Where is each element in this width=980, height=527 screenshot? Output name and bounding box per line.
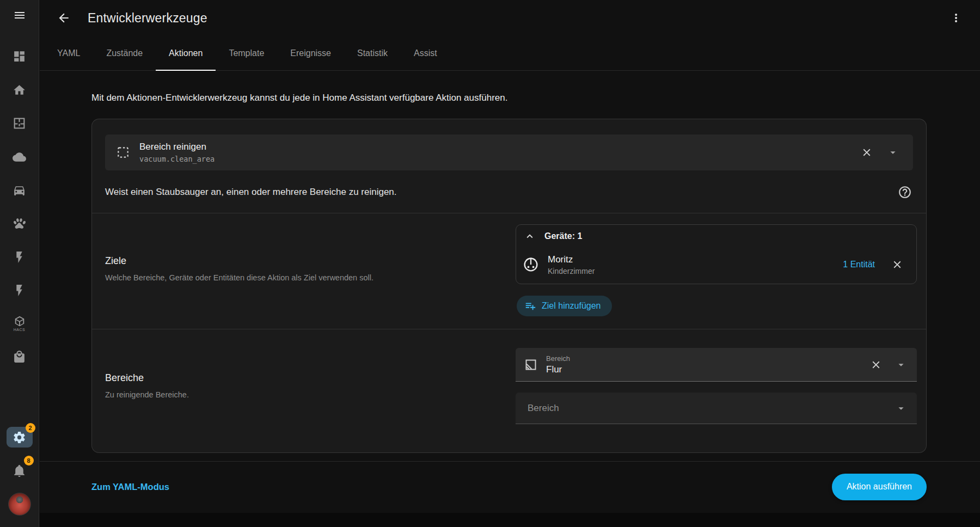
devices-expander-header[interactable]: Geräte: 1 <box>516 225 916 248</box>
hamburger-menu-icon[interactable] <box>8 3 32 27</box>
divider <box>92 213 926 213</box>
notifications-badge: 8 <box>24 456 34 465</box>
action-dropdown-icon[interactable] <box>887 146 899 158</box>
area-icon <box>524 358 537 371</box>
add-target-button[interactable]: Ziel hinzufügen <box>517 296 612 316</box>
area-placeholder: Bereich <box>528 403 559 414</box>
intro-text: Mit dem Aktionen-Entwicklerwerkzeug kann… <box>91 93 507 103</box>
action-description-row: Weist einen Staubsauger an, einen oder m… <box>105 180 912 204</box>
notifications-bell-icon[interactable]: 8 <box>8 458 32 482</box>
tab-zustaende[interactable]: Zustände <box>93 36 156 70</box>
area-select-filled[interactable]: Bereich Flur <box>516 348 917 382</box>
main-content: Entwicklerwerkzeuge YAML Zustände Aktion… <box>40 0 980 527</box>
remove-device-icon[interactable] <box>891 259 903 271</box>
bottom-strip <box>40 513 980 527</box>
robot-vacuum-icon <box>522 256 540 273</box>
tab-template[interactable]: Template <box>216 36 277 70</box>
hacs-icon[interactable]: HACS <box>8 311 32 335</box>
action-description: Weist einen Staubsauger an, einen oder m… <box>105 187 397 198</box>
top-bar: Entwicklerwerkzeuge <box>40 0 980 36</box>
device-row[interactable]: Moritz Kinderzimmer 1 Entität <box>516 248 916 281</box>
chevron-up-icon <box>524 230 536 242</box>
entity-count-link[interactable]: 1 Entität <box>843 260 875 269</box>
run-action-button[interactable]: Aktion ausführen <box>832 474 927 500</box>
area-select-empty[interactable]: Bereich <box>516 393 917 424</box>
areas-label-block: Bereiche Zu reinigende Bereiche. <box>105 372 432 401</box>
device-area: Kinderzimmer <box>548 267 595 275</box>
targets-label-block: Ziele Welche Bereiche, Geräte oder Entit… <box>105 255 432 284</box>
dashboard-icon[interactable] <box>8 44 32 68</box>
clear-action-icon[interactable] <box>861 146 873 158</box>
tab-yaml[interactable]: YAML <box>44 36 93 70</box>
car-icon[interactable] <box>8 178 32 202</box>
settings-gear-icon[interactable]: 2 <box>7 427 33 448</box>
sidebar: HACS 2 8 <box>0 0 39 527</box>
tab-assist[interactable]: Assist <box>401 36 450 70</box>
cloud-icon[interactable] <box>8 145 32 169</box>
tab-aktionen[interactable]: Aktionen <box>156 36 216 70</box>
flash-icon[interactable] <box>8 245 32 269</box>
action-name: Bereich reinigen <box>139 142 215 152</box>
device-name: Moritz <box>548 254 595 265</box>
flash-icon-2[interactable] <box>8 278 32 302</box>
yaml-mode-link[interactable]: Zum YAML-Modus <box>91 482 169 492</box>
playlist-plus-icon <box>524 300 536 312</box>
action-service: vacuum.clean_area <box>139 155 215 163</box>
area-field-label: Bereich <box>546 354 570 363</box>
tab-statistik[interactable]: Statistik <box>344 36 401 70</box>
targets-help: Welche Bereiche, Geräte oder Entitäten d… <box>105 272 432 284</box>
devices-expander: Geräte: 1 Moritz Kinderz <box>516 224 917 284</box>
area-field-value: Flur <box>546 364 570 375</box>
clear-area-icon[interactable] <box>870 359 882 371</box>
paw-icon[interactable] <box>8 211 32 235</box>
floorplan-icon[interactable] <box>8 111 32 135</box>
shopping-bag-icon[interactable] <box>8 345 32 369</box>
areas-help: Zu reinigende Bereiche. <box>105 389 432 401</box>
action-card: Bereich reinigen vacuum.clean_area Weist… <box>91 119 927 453</box>
action-picker[interactable]: Bereich reinigen vacuum.clean_area <box>105 134 913 170</box>
divider <box>92 329 926 329</box>
devices-expander-label: Geräte: 1 <box>544 231 582 241</box>
add-target-label: Ziel hinzufügen <box>542 301 601 311</box>
page-title: Entwicklerwerkzeuge <box>88 11 207 26</box>
area-dropdown-icon[interactable] <box>895 359 907 371</box>
targets-label: Ziele <box>105 255 432 267</box>
tab-bar: YAML Zustände Aktionen Template Ereignis… <box>40 36 980 71</box>
clean-area-icon <box>116 145 130 160</box>
tab-ereignisse[interactable]: Ereignisse <box>277 36 344 70</box>
home-icon[interactable] <box>8 78 32 102</box>
empty-area-dropdown-icon[interactable] <box>895 402 907 414</box>
user-avatar[interactable] <box>8 493 31 516</box>
back-arrow-icon[interactable] <box>52 6 76 30</box>
areas-label: Bereiche <box>105 372 432 384</box>
hacs-label: HACS <box>14 328 25 332</box>
overflow-menu-icon[interactable] <box>944 6 968 30</box>
help-icon[interactable] <box>898 185 912 199</box>
settings-badge: 2 <box>26 423 35 433</box>
footer-bar: Zum YAML-Modus Aktion ausführen <box>91 462 927 512</box>
